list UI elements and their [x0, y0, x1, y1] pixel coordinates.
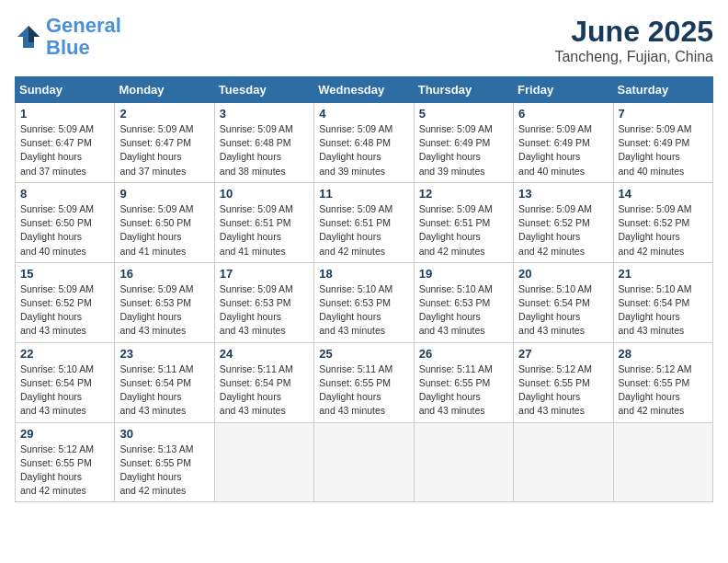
day-number: 6 — [518, 107, 608, 121]
day-number: 28 — [619, 347, 708, 361]
title-area: June 2025 Tancheng, Fujian, China — [554, 15, 713, 65]
calendar-body: 1Sunrise: 5:09 AMSunset: 6:47 PMDaylight… — [16, 103, 713, 502]
empty-cell — [214, 422, 313, 502]
page-header: General Blue June 2025 Tancheng, Fujian,… — [15, 15, 713, 65]
day-cell: 13Sunrise: 5:09 AMSunset: 6:52 PMDayligh… — [514, 182, 613, 262]
day-number: 22 — [20, 347, 109, 361]
day-cell: 10Sunrise: 5:09 AMSunset: 6:51 PMDayligh… — [214, 182, 313, 262]
day-cell: 9Sunrise: 5:09 AMSunset: 6:50 PMDaylight… — [115, 182, 214, 262]
day-number: 16 — [119, 267, 209, 281]
day-info: Sunrise: 5:10 AMSunset: 6:54 PMDaylight … — [20, 362, 109, 419]
day-info: Sunrise: 5:09 AMSunset: 6:49 PMDaylight … — [518, 122, 608, 178]
day-info: Sunrise: 5:09 AMSunset: 6:52 PMDaylight … — [619, 202, 708, 259]
day-cell: 19Sunrise: 5:10 AMSunset: 6:53 PMDayligh… — [414, 262, 513, 342]
day-info: Sunrise: 5:09 AMSunset: 6:50 PMDaylight … — [20, 202, 109, 259]
day-cell: 12Sunrise: 5:09 AMSunset: 6:51 PMDayligh… — [414, 182, 513, 262]
day-info: Sunrise: 5:09 AMSunset: 6:47 PMDaylight … — [20, 122, 109, 178]
empty-cell — [613, 422, 712, 502]
day-number: 14 — [619, 187, 708, 201]
col-sunday: Sunday — [16, 77, 115, 103]
day-number: 10 — [220, 187, 309, 201]
day-number: 26 — [419, 347, 508, 361]
day-number: 17 — [220, 267, 309, 281]
day-info: Sunrise: 5:12 AMSunset: 6:55 PMDaylight … — [518, 362, 608, 419]
empty-cell — [314, 422, 414, 502]
day-number: 29 — [20, 427, 109, 441]
day-info: Sunrise: 5:10 AMSunset: 6:53 PMDaylight … — [319, 282, 408, 339]
day-number: 9 — [119, 187, 209, 201]
logo: General Blue — [15, 15, 121, 59]
day-cell: 2Sunrise: 5:09 AMSunset: 6:47 PMDaylight… — [115, 103, 214, 183]
day-info: Sunrise: 5:09 AMSunset: 6:48 PMDaylight … — [319, 122, 408, 178]
day-cell: 22Sunrise: 5:10 AMSunset: 6:54 PMDayligh… — [16, 342, 115, 422]
day-cell: 21Sunrise: 5:10 AMSunset: 6:54 PMDayligh… — [613, 262, 712, 342]
svg-marker-1 — [28, 26, 40, 42]
day-number: 13 — [518, 187, 608, 201]
day-number: 8 — [20, 187, 109, 201]
day-info: Sunrise: 5:09 AMSunset: 6:48 PMDaylight … — [220, 122, 309, 178]
day-number: 7 — [619, 107, 708, 121]
logo-line1: General — [46, 14, 121, 37]
day-cell: 4Sunrise: 5:09 AMSunset: 6:48 PMDaylight… — [314, 103, 414, 183]
day-cell: 1Sunrise: 5:09 AMSunset: 6:47 PMDaylight… — [16, 103, 115, 183]
day-number: 11 — [319, 187, 408, 201]
day-cell: 15Sunrise: 5:09 AMSunset: 6:52 PMDayligh… — [16, 262, 115, 342]
day-cell: 23Sunrise: 5:11 AMSunset: 6:54 PMDayligh… — [115, 342, 214, 422]
day-number: 21 — [619, 267, 708, 281]
col-tuesday: Tuesday — [214, 77, 313, 103]
col-friday: Friday — [514, 77, 613, 103]
col-wednesday: Wednesday — [314, 77, 414, 103]
day-number: 25 — [319, 347, 408, 361]
day-info: Sunrise: 5:11 AMSunset: 6:55 PMDaylight … — [419, 362, 508, 419]
location-title: Tancheng, Fujian, China — [554, 49, 713, 65]
col-monday: Monday — [115, 77, 214, 103]
day-info: Sunrise: 5:09 AMSunset: 6:52 PMDaylight … — [20, 282, 109, 339]
day-number: 18 — [319, 267, 408, 281]
day-cell: 8Sunrise: 5:09 AMSunset: 6:50 PMDaylight… — [16, 182, 115, 262]
logo-icon — [15, 23, 42, 51]
day-cell: 6Sunrise: 5:09 AMSunset: 6:49 PMDaylight… — [514, 103, 613, 183]
empty-cell — [414, 422, 513, 502]
day-cell: 27Sunrise: 5:12 AMSunset: 6:55 PMDayligh… — [514, 342, 613, 422]
day-number: 19 — [419, 267, 508, 281]
day-number: 20 — [518, 267, 608, 281]
calendar-row: 15Sunrise: 5:09 AMSunset: 6:52 PMDayligh… — [16, 262, 713, 342]
day-info: Sunrise: 5:13 AMSunset: 6:55 PMDaylight … — [119, 442, 209, 499]
day-cell: 18Sunrise: 5:10 AMSunset: 6:53 PMDayligh… — [314, 262, 414, 342]
day-info: Sunrise: 5:10 AMSunset: 6:53 PMDaylight … — [419, 282, 508, 339]
col-saturday: Saturday — [613, 77, 712, 103]
day-info: Sunrise: 5:09 AMSunset: 6:50 PMDaylight … — [119, 202, 209, 259]
month-title: June 2025 — [554, 15, 713, 49]
day-number: 23 — [119, 347, 209, 361]
day-number: 4 — [319, 107, 408, 121]
day-number: 3 — [220, 107, 309, 121]
day-number: 2 — [119, 107, 209, 121]
day-info: Sunrise: 5:09 AMSunset: 6:49 PMDaylight … — [419, 122, 508, 178]
day-number: 30 — [119, 427, 209, 441]
day-number: 15 — [20, 267, 109, 281]
day-info: Sunrise: 5:09 AMSunset: 6:51 PMDaylight … — [220, 202, 309, 259]
day-info: Sunrise: 5:11 AMSunset: 6:55 PMDaylight … — [319, 362, 408, 419]
day-cell: 24Sunrise: 5:11 AMSunset: 6:54 PMDayligh… — [214, 342, 313, 422]
day-info: Sunrise: 5:11 AMSunset: 6:54 PMDaylight … — [119, 362, 209, 419]
day-number: 1 — [20, 107, 109, 121]
day-number: 12 — [419, 187, 508, 201]
day-info: Sunrise: 5:10 AMSunset: 6:54 PMDaylight … — [619, 282, 708, 339]
day-cell: 20Sunrise: 5:10 AMSunset: 6:54 PMDayligh… — [514, 262, 613, 342]
day-cell: 16Sunrise: 5:09 AMSunset: 6:53 PMDayligh… — [115, 262, 214, 342]
calendar-row: 29Sunrise: 5:12 AMSunset: 6:55 PMDayligh… — [16, 422, 713, 502]
day-number: 5 — [419, 107, 508, 121]
calendar-table: Sunday Monday Tuesday Wednesday Thursday… — [15, 76, 713, 502]
day-cell: 30Sunrise: 5:13 AMSunset: 6:55 PMDayligh… — [115, 422, 214, 502]
day-info: Sunrise: 5:12 AMSunset: 6:55 PMDaylight … — [20, 442, 109, 499]
day-info: Sunrise: 5:12 AMSunset: 6:55 PMDaylight … — [619, 362, 708, 419]
day-info: Sunrise: 5:09 AMSunset: 6:53 PMDaylight … — [119, 282, 209, 339]
logo-line2: Blue — [46, 36, 90, 59]
day-cell: 7Sunrise: 5:09 AMSunset: 6:49 PMDaylight… — [613, 103, 712, 183]
day-cell: 25Sunrise: 5:11 AMSunset: 6:55 PMDayligh… — [314, 342, 414, 422]
day-info: Sunrise: 5:10 AMSunset: 6:54 PMDaylight … — [518, 282, 608, 339]
day-info: Sunrise: 5:09 AMSunset: 6:51 PMDaylight … — [419, 202, 508, 259]
col-thursday: Thursday — [414, 77, 513, 103]
day-cell: 17Sunrise: 5:09 AMSunset: 6:53 PMDayligh… — [214, 262, 313, 342]
day-info: Sunrise: 5:09 AMSunset: 6:47 PMDaylight … — [119, 122, 209, 178]
